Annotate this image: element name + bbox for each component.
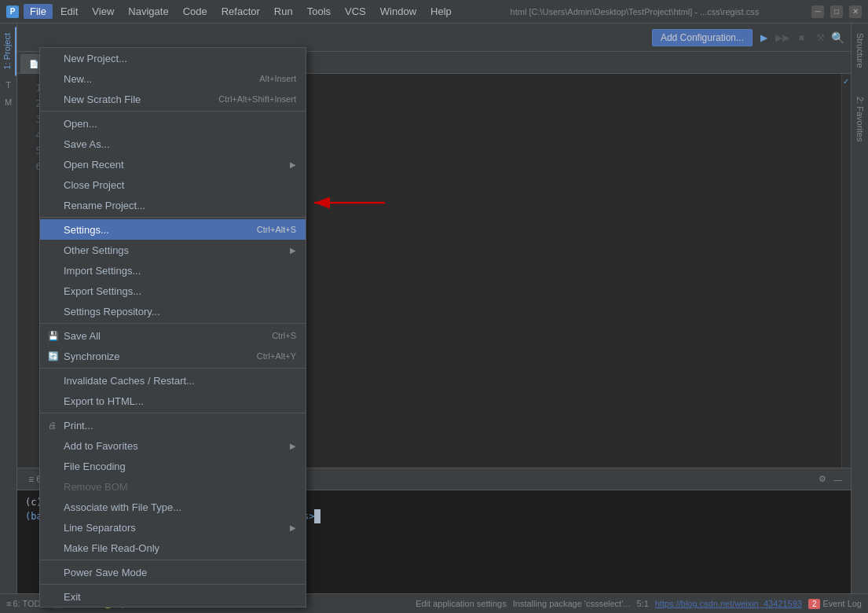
menu-item-export-html[interactable]: Export to HTML... [40, 391, 306, 411]
menu-item-new-scratch[interactable]: New Scratch File Ctrl+Alt+Shift+Insert [40, 89, 306, 109]
status-url-link[interactable]: https://blog.csdn.net/weixin_43421593 [655, 599, 802, 608]
menu-item-invalidate[interactable]: Invalidate Caches / Restart... [40, 370, 306, 391]
menu-item-save-all[interactable]: 💾 Save All Ctrl+S [40, 325, 306, 346]
menu-item-other-settings[interactable]: Other Settings ▶ [40, 240, 306, 260]
divider-2 [40, 217, 306, 218]
favorites-panel-label[interactable]: 2: Favorites [854, 90, 866, 148]
menu-item-file-encoding[interactable]: File Encoding [40, 456, 306, 476]
terminal-close-icon[interactable]: — [832, 473, 844, 486]
menu-item-close-project[interactable]: Close Project [40, 174, 306, 195]
debug-button[interactable]: ▶▶ [775, 30, 790, 46]
menu-item-rename-project[interactable]: Rename Project... [40, 195, 306, 215]
title-bar: P File Edit View Navigate Code Refactor … [0, 0, 868, 24]
menu-item-import-settings[interactable]: Import Settings... [40, 260, 306, 281]
scrollbar[interactable]: ✓ [841, 74, 851, 468]
menu-tools[interactable]: Tools [301, 4, 337, 19]
maximize-button[interactable]: □ [830, 6, 843, 18]
menu-item-open-recent[interactable]: Open Recent ▶ [40, 154, 306, 174]
menu-item-add-favorites[interactable]: Add to Favorites ▶ [40, 435, 306, 456]
menu-item-settings-repo[interactable]: Settings Repository... [40, 301, 306, 321]
search-icon[interactable]: 🔍 [831, 31, 844, 44]
close-button[interactable]: ✕ [849, 6, 862, 18]
menu-navigate[interactable]: Navigate [122, 4, 174, 19]
study-html-icon: 📄 [29, 60, 38, 68]
menu-bar: File Edit View Navigate Code Refactor Ru… [24, 4, 458, 19]
divider-1 [40, 111, 306, 112]
divider-6 [40, 560, 306, 560]
menu-item-export-settings[interactable]: Export Settings... [40, 281, 306, 301]
left-panel-icons: 1: Project T M [0, 24, 17, 593]
menu-item-new[interactable]: New... Alt+Insert [40, 68, 306, 89]
menu-view[interactable]: View [86, 4, 120, 19]
checkmark-indicator: ✓ [843, 77, 849, 86]
menu-item-associate-file[interactable]: Associate with File Type... [40, 497, 306, 517]
divider-3 [40, 323, 306, 324]
stop-button[interactable]: ■ [793, 30, 809, 46]
terminal-settings-icon[interactable]: ⚙ [816, 473, 829, 486]
divider-7 [40, 584, 306, 585]
menu-item-make-readonly[interactable]: Make File Read-Only [40, 538, 306, 558]
sidebar-t-icon[interactable]: T [4, 75, 13, 94]
menu-file[interactable]: File [24, 4, 53, 19]
status-event-log[interactable]: 2 Event Log [808, 599, 862, 609]
title-path: html [C:\Users\Admin\Desktop\TestProject… [458, 7, 811, 17]
menu-item-power-save[interactable]: Power Save Mode [40, 562, 306, 582]
divider-4 [40, 368, 306, 369]
save-all-icon: 💾 [48, 331, 59, 341]
cursor [314, 509, 320, 523]
menu-item-synchronize[interactable]: 🔄 Synchronize Ctrl+Alt+Y [40, 346, 306, 366]
menu-vcs[interactable]: VCS [339, 4, 372, 19]
menu-help[interactable]: Help [424, 4, 458, 19]
print-icon: 🖨 [48, 420, 57, 430]
status-position: 5:1 [636, 599, 648, 608]
divider-5 [40, 413, 306, 413]
build-button[interactable]: ⚒ [812, 30, 828, 46]
menu-item-line-separators[interactable]: Line Separators ▶ [40, 517, 306, 538]
sidebar-m-icon[interactable]: M [3, 94, 13, 110]
menu-code[interactable]: Code [177, 4, 214, 19]
menu-item-remove-bom[interactable]: Remove BOM [40, 476, 306, 497]
event-log-count: 2 [808, 599, 821, 609]
add-configuration-button[interactable]: Add Configuration... [652, 29, 753, 46]
menu-run[interactable]: Run [268, 4, 299, 19]
menu-window[interactable]: Window [374, 4, 423, 19]
menu-item-exit[interactable]: Exit [40, 586, 306, 607]
run-button[interactable]: ▶ [756, 30, 771, 46]
app-icon: P [6, 6, 19, 18]
menu-item-print[interactable]: 🖨 Print... [40, 415, 306, 435]
menu-item-save-as[interactable]: Save As... [40, 134, 306, 154]
sync-icon: 🔄 [48, 351, 59, 362]
window-controls: ─ □ ✕ [811, 6, 862, 18]
right-panel-icons: Structure 2: Favorites [851, 24, 868, 593]
status-settings[interactable]: Edit application settings [416, 599, 507, 608]
status-installing: Installing package 'cssselect'... [513, 599, 631, 608]
terminal-controls: ⚙ — [816, 473, 844, 486]
menu-item-open[interactable]: Open... [40, 113, 306, 134]
file-dropdown-menu[interactable]: New Project... New... Alt+Insert New Scr… [39, 47, 306, 607]
menu-edit[interactable]: Edit [54, 4, 84, 19]
menu-refactor[interactable]: Refactor [215, 4, 266, 19]
menu-item-new-project[interactable]: New Project... [40, 48, 306, 68]
project-panel-label[interactable]: 1: Project [1, 27, 16, 75]
structure-panel-label[interactable]: Structure [854, 27, 866, 75]
menu-item-settings[interactable]: Settings... Ctrl+Alt+S [40, 219, 306, 240]
status-right: 5:1 https://blog.csdn.net/weixin_4342159… [636, 599, 862, 609]
minimize-button[interactable]: ─ [811, 6, 824, 18]
